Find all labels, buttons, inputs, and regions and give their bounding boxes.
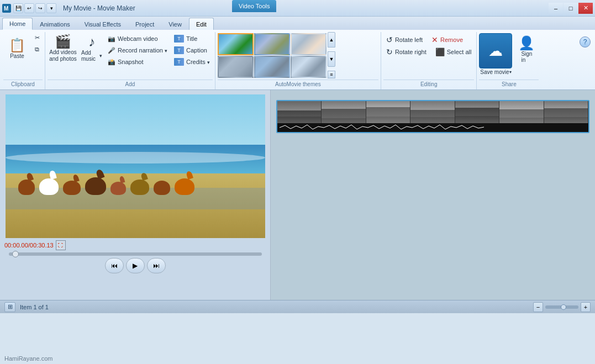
select-all-button[interactable]: ⬛ Select all	[433, 46, 475, 57]
current-time: 00:00.00/00:30.13	[4, 242, 54, 249]
undo-btn[interactable]: ↩	[24, 3, 34, 13]
credits-label: Credits ▾	[186, 59, 210, 65]
svg-text:M: M	[4, 6, 8, 12]
save-quick-btn[interactable]: 💾	[13, 3, 23, 13]
add-videos-label: Add videosand photos	[49, 49, 77, 62]
tab-view[interactable]: View	[161, 18, 189, 30]
sign-in-button[interactable]: 👤 Signin	[514, 33, 539, 66]
theme-4[interactable]	[218, 56, 254, 78]
zoom-thumb[interactable]	[561, 304, 566, 310]
theme-2[interactable]	[254, 33, 290, 55]
credits-icon: T	[174, 58, 184, 66]
add-group: 🎬 Add videosand photos ♪ Add music ▾ 📷 W…	[45, 32, 215, 89]
cut-button[interactable]: ✂	[32, 32, 43, 43]
add-videos-icon: 🎬	[55, 35, 71, 48]
save-movie-label-row[interactable]: Save movie ▾	[480, 69, 511, 75]
edit-row-1: ↺ Rotate left ✕ Remove	[383, 34, 466, 45]
horse-7	[154, 181, 170, 195]
editing-label: Editing	[383, 80, 475, 87]
editing-group: ↺ Rotate left ✕ Remove ↻ Rotate right ⬛	[381, 32, 477, 89]
credits-button[interactable]: T Credits ▾	[171, 56, 213, 67]
title-button[interactable]: T Title	[171, 33, 213, 44]
record-icon: 🎤	[108, 47, 115, 54]
snapshot-button[interactable]: 📸 Snapshot	[105, 56, 170, 67]
timeline-panel	[271, 90, 595, 300]
seek-thumb[interactable]	[12, 251, 19, 257]
zoom-slider[interactable]	[545, 305, 578, 309]
caption-button[interactable]: T Caption	[171, 45, 213, 56]
tab-edit[interactable]: Edit	[189, 18, 214, 30]
horse-5	[110, 182, 126, 195]
rotate-right-label: Rotate right	[395, 49, 426, 55]
rotate-left-label: Rotate left	[395, 36, 423, 43]
maximize-btn[interactable]: □	[564, 3, 578, 14]
paste-button[interactable]: 📋 Paste	[3, 32, 31, 65]
sign-in-label: Signin	[521, 51, 532, 63]
seek-bar[interactable]	[9, 252, 262, 256]
save-movie-button[interactable]: ☁	[479, 33, 512, 68]
prev-frame-button[interactable]: ⏮	[105, 258, 124, 273]
theme-5[interactable]	[254, 56, 290, 78]
webcam-video-button[interactable]: 📷 Webcam video	[105, 33, 170, 44]
redo-btn[interactable]: ↪	[35, 3, 45, 13]
automovie-group: ▲ ▼ ≡ AutoMovie themes	[215, 32, 381, 89]
horse-4	[85, 177, 106, 195]
tab-animations[interactable]: Animations	[33, 18, 77, 30]
select-all-label: Select all	[447, 49, 472, 55]
add-videos-button[interactable]: 🎬 Add videosand photos	[48, 32, 78, 65]
minimize-btn[interactable]: –	[549, 3, 563, 14]
themes-scroll-up[interactable]: ▲	[328, 32, 335, 48]
add-group-content: 🎬 Add videosand photos ♪ Add music ▾ 📷 W…	[48, 32, 213, 78]
qa-dropdown-btn[interactable]: ▾	[46, 3, 56, 13]
tab-home[interactable]: Home	[2, 18, 33, 30]
automovie-content: ▲ ▼ ≡	[218, 32, 378, 78]
title-bar-left: M 💾 ↩ ↪ ▾ My Movie - Movie Maker	[2, 3, 135, 13]
close-btn[interactable]: ✕	[578, 3, 593, 14]
title-label: Title	[186, 35, 197, 42]
save-movie-label: Save movie	[480, 69, 509, 75]
add-music-button[interactable]: ♪ Add music ▾	[80, 32, 104, 65]
watermark-text: HamiRayane.com	[4, 355, 52, 362]
share-label: Share	[479, 80, 539, 87]
fullscreen-btn[interactable]: ⛶	[56, 240, 66, 250]
share-content: ☁ Save movie ▾ 👤 Signin	[479, 32, 539, 78]
rotate-right-button[interactable]: ↻ Rotate right	[383, 46, 429, 57]
record-narration-button[interactable]: 🎤 Record narration ▾	[105, 45, 170, 56]
theme-3[interactable]	[291, 33, 327, 55]
zoom-in-btn[interactable]: +	[581, 302, 591, 312]
timeline-strip[interactable]	[276, 100, 589, 133]
rotate-left-button[interactable]: ↺ Rotate left	[383, 34, 425, 45]
remove-button[interactable]: ✕ Remove	[429, 34, 466, 45]
zoom-out-btn[interactable]: −	[533, 302, 543, 312]
waveform-svg	[280, 124, 586, 131]
status-icon-1[interactable]: ⊞	[4, 302, 15, 312]
theme-6[interactable]	[291, 56, 327, 78]
copy-icon: ⧉	[35, 46, 39, 53]
caption-icon: T	[174, 46, 184, 54]
next-frame-button[interactable]: ⏭	[147, 258, 166, 273]
themes-scroll-down[interactable]: ▼	[328, 51, 335, 67]
clipboard-group: 📋 Paste ✂ ⧉ Clipboard	[1, 32, 45, 89]
play-button[interactable]: ▶	[126, 258, 145, 273]
themes-scroll-all[interactable]: ≡	[328, 71, 335, 78]
record-label: Record narration ▾	[118, 47, 167, 54]
theme-1[interactable]	[218, 33, 254, 55]
help-button[interactable]: ?	[580, 36, 591, 48]
playback-controls: ⏮ ▶ ⏭	[4, 258, 266, 273]
themes-scroll: ▲ ▼ ≡	[328, 32, 335, 78]
tab-visual-effects[interactable]: Visual Effects	[77, 18, 128, 30]
app-icon: M	[2, 4, 11, 13]
remove-icon: ✕	[431, 35, 438, 44]
save-movie-dropdown: ▾	[509, 70, 512, 75]
caption-label: Caption	[186, 47, 207, 54]
copy-button[interactable]: ⧉	[32, 44, 43, 55]
horse-1	[18, 180, 35, 195]
themes-container	[218, 33, 327, 78]
clipboard-label: Clipboard	[3, 80, 43, 87]
webcam-label: Webcam video	[118, 35, 158, 42]
tab-project[interactable]: Project	[128, 18, 161, 30]
select-all-icon: ⬛	[435, 48, 445, 56]
watermark: HamiRayane.com	[4, 355, 52, 362]
sign-in-icon: 👤	[518, 36, 535, 50]
window-controls: – □ ✕	[549, 3, 593, 14]
